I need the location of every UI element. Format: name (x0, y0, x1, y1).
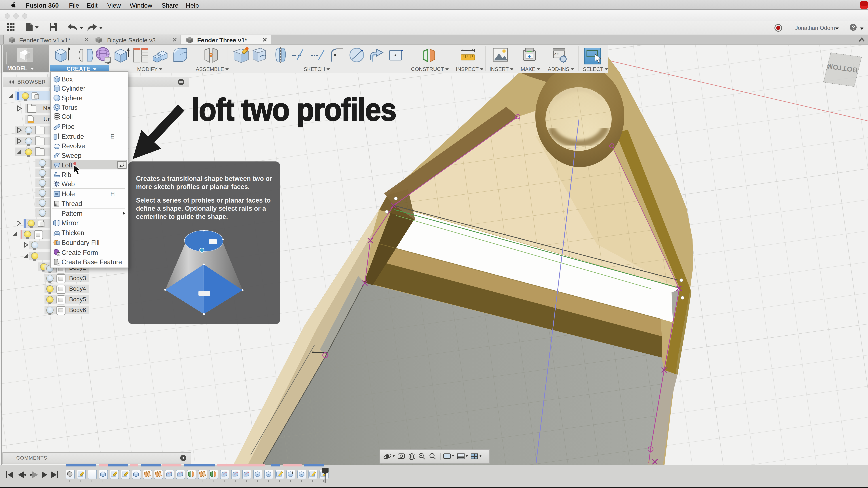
svg-text:F: F (257, 474, 258, 477)
svg-text:F: F (301, 474, 302, 477)
svg-text:>=: >= (554, 52, 559, 56)
svg-text:F: F (268, 474, 269, 477)
